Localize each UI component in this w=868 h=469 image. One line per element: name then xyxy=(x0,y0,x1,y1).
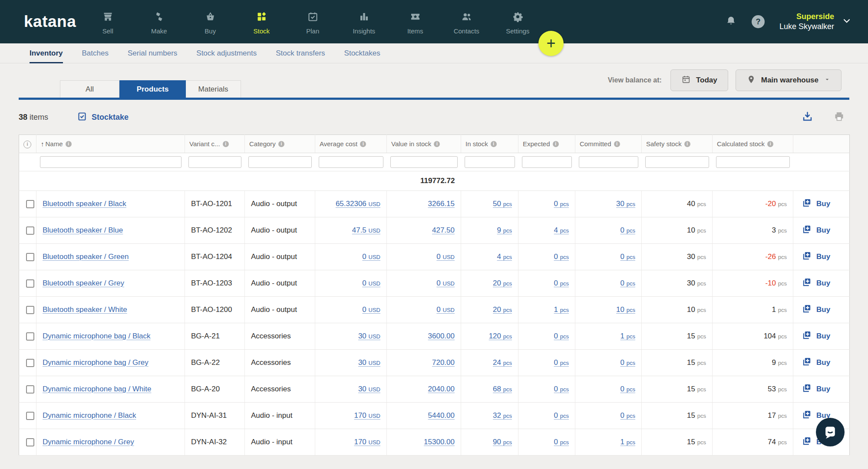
value-in-stock-link[interactable]: 3266.15 xyxy=(428,200,455,208)
column-header-committed[interactable]: Committedi xyxy=(575,135,642,153)
expected-link[interactable]: 0 pcs xyxy=(554,200,569,208)
nav-item-stock[interactable]: Stock xyxy=(236,9,287,35)
filter-input-expected[interactable] xyxy=(522,156,572,168)
expected-link[interactable]: 0 pcs xyxy=(554,253,569,261)
committed-link[interactable]: 0 pcs xyxy=(620,279,635,287)
average-cost-link[interactable]: 47.5 USD xyxy=(352,226,380,234)
average-cost-link[interactable]: 30 USD xyxy=(358,358,380,367)
account-menu[interactable]: Superside Luke Skywalker xyxy=(779,12,851,32)
column-header-calculated_stock[interactable]: Calculated stocki xyxy=(713,135,793,153)
filter-input-average_cost[interactable] xyxy=(319,156,383,168)
filter-input-category[interactable] xyxy=(248,156,312,168)
expected-link[interactable]: 1 pcs xyxy=(554,305,569,314)
average-cost-link[interactable]: 30 USD xyxy=(358,332,380,340)
subnav-item-stock-adjustments[interactable]: Stock adjustments xyxy=(196,43,257,63)
buy-button[interactable]: Buy xyxy=(799,224,843,236)
in-stock-link[interactable]: 24 pcs xyxy=(493,358,512,367)
create-new-button[interactable]: + xyxy=(538,31,564,56)
filter-input-value_in_stock[interactable] xyxy=(390,156,458,168)
product-link[interactable]: Bluetooth speaker / Grey xyxy=(43,279,124,287)
product-link[interactable]: Bluetooth speaker / White xyxy=(43,305,127,314)
column-header-category[interactable]: Categoryi xyxy=(245,135,315,153)
buy-button[interactable]: Buy xyxy=(799,304,843,316)
committed-link[interactable]: 1 pcs xyxy=(620,332,635,340)
column-header-value_in_stock[interactable]: Value in stocki xyxy=(387,135,461,153)
committed-link[interactable]: 0 pcs xyxy=(620,226,635,234)
in-stock-link[interactable]: 9 pcs xyxy=(497,226,512,234)
buy-button[interactable]: Buy xyxy=(799,251,843,263)
column-header-expected[interactable]: Expectedi xyxy=(518,135,575,153)
committed-link[interactable]: 0 pcs xyxy=(620,253,635,261)
buy-button[interactable]: Buy xyxy=(799,198,843,210)
average-cost-link[interactable]: 0 USD xyxy=(362,305,380,314)
product-link[interactable]: Dynamic microphone bag / Grey xyxy=(43,358,149,367)
product-link[interactable]: Bluetooth speaker / Blue xyxy=(43,226,123,234)
today-button[interactable]: Today xyxy=(670,69,728,91)
value-in-stock-link[interactable]: 0 USD xyxy=(436,305,455,314)
row-checkbox[interactable] xyxy=(26,332,34,341)
in-stock-link[interactable]: 90 pcs xyxy=(493,438,512,446)
in-stock-link[interactable]: 4 pcs xyxy=(497,253,512,261)
filter-input-safety_stock[interactable] xyxy=(645,156,709,168)
expected-link[interactable]: 0 pcs xyxy=(554,385,569,393)
committed-link[interactable]: 0 pcs xyxy=(620,411,635,420)
nav-item-contacts[interactable]: Contacts xyxy=(441,9,492,35)
filter-input-variant_code[interactable] xyxy=(188,156,241,168)
help-icon[interactable]: ? xyxy=(752,15,765,28)
tab-products[interactable]: Products xyxy=(119,80,186,98)
column-header-name[interactable]: ↑Namei xyxy=(36,135,185,153)
expected-link[interactable]: 0 pcs xyxy=(554,332,569,340)
chat-widget-button[interactable] xyxy=(816,418,845,446)
product-link[interactable]: Dynamic microphone / Black xyxy=(43,411,136,420)
expected-link[interactable]: 4 pcs xyxy=(554,226,569,234)
in-stock-link[interactable]: 120 pcs xyxy=(489,332,512,340)
column-header-in_stock[interactable]: In stocki xyxy=(461,135,518,153)
row-checkbox[interactable] xyxy=(26,385,34,394)
column-header-safety_stock[interactable]: Safety stocki xyxy=(642,135,713,153)
average-cost-link[interactable]: 65.32306 USD xyxy=(336,200,380,208)
average-cost-link[interactable]: 170 USD xyxy=(354,438,380,446)
buy-button[interactable]: Buy xyxy=(799,357,843,369)
tab-materials[interactable]: Materials xyxy=(186,80,241,98)
buy-button[interactable]: Buy xyxy=(799,277,843,289)
column-header-average_cost[interactable]: Average costi xyxy=(315,135,387,153)
expected-link[interactable]: 0 pcs xyxy=(554,411,569,420)
committed-link[interactable]: 1 pcs xyxy=(620,438,635,446)
download-icon[interactable] xyxy=(802,111,813,124)
nav-item-buy[interactable]: Buy xyxy=(185,9,236,35)
committed-link[interactable]: 30 pcs xyxy=(616,200,635,208)
value-in-stock-link[interactable]: 427.50 xyxy=(432,226,455,234)
column-header-variant_code[interactable]: Variant c...i xyxy=(185,135,245,153)
subnav-item-batches[interactable]: Batches xyxy=(82,43,109,63)
subnav-item-serial-numbers[interactable]: Serial numbers xyxy=(128,43,177,63)
product-link[interactable]: Bluetooth speaker / Green xyxy=(43,253,129,261)
value-in-stock-link[interactable]: 720.00 xyxy=(432,358,455,367)
row-checkbox[interactable] xyxy=(26,200,34,208)
nav-item-insights[interactable]: Insights xyxy=(338,9,389,35)
row-checkbox[interactable] xyxy=(26,253,34,261)
product-link[interactable]: Dynamic microphone bag / Black xyxy=(43,332,151,340)
buy-button[interactable]: Buy xyxy=(799,330,843,342)
print-icon[interactable] xyxy=(833,111,845,124)
expected-link[interactable]: 0 pcs xyxy=(554,438,569,446)
in-stock-link[interactable]: 50 pcs xyxy=(493,200,512,208)
row-checkbox[interactable] xyxy=(26,226,34,235)
row-checkbox[interactable] xyxy=(26,359,34,367)
buy-button[interactable]: Buy xyxy=(799,383,843,395)
tab-all[interactable]: All xyxy=(60,80,119,98)
row-checkbox[interactable] xyxy=(26,412,34,420)
warehouse-selector[interactable]: Main warehouse xyxy=(736,69,842,91)
committed-link[interactable]: 0 pcs xyxy=(620,385,635,393)
value-in-stock-link[interactable]: 15300.00 xyxy=(424,438,455,446)
filter-input-calculated_stock[interactable] xyxy=(716,156,790,168)
subnav-item-inventory[interactable]: Inventory xyxy=(30,43,63,63)
average-cost-link[interactable]: 30 USD xyxy=(358,385,380,393)
in-stock-link[interactable]: 32 pcs xyxy=(493,411,512,420)
value-in-stock-link[interactable]: 3600.00 xyxy=(428,332,455,340)
filter-input-committed[interactable] xyxy=(579,156,638,168)
expected-link[interactable]: 0 pcs xyxy=(554,358,569,367)
average-cost-link[interactable]: 170 USD xyxy=(354,411,380,420)
stocktake-button[interactable]: Stocktake xyxy=(77,111,129,124)
value-in-stock-link[interactable]: 2040.00 xyxy=(428,385,455,393)
row-checkbox[interactable] xyxy=(26,306,34,314)
